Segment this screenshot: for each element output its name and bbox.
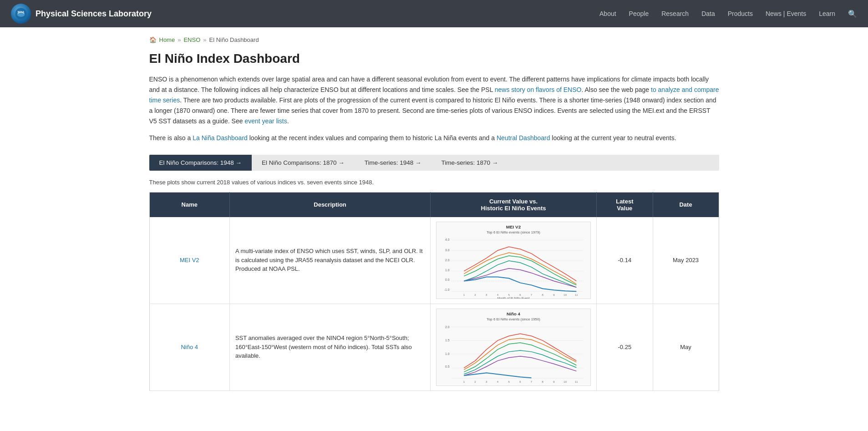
cell-value-nino4: -0.25 — [597, 304, 653, 390]
link-neutral-dashboard[interactable]: Neutral Dashboard — [497, 134, 550, 142]
breadcrumb-home[interactable]: Home — [159, 36, 175, 43]
svg-text:Top 6 El Niño events (since 19: Top 6 El Niño events (since 1950) — [487, 317, 540, 321]
dashboard-links-paragraph: There is also a La Niña Dashboard lookin… — [149, 133, 719, 143]
breadcrumb-sep2: » — [203, 36, 206, 43]
svg-text:10: 10 — [563, 294, 567, 296]
cell-chart-mei: MEI V2 Top 6 El Niño events (since 1979)… — [431, 217, 597, 304]
svg-text:7: 7 — [531, 294, 532, 296]
svg-text:0.0: 0.0 — [445, 278, 450, 281]
svg-text:1.5: 1.5 — [445, 339, 450, 342]
col-header-chart: Current Value vs.Historic El Niño Events — [431, 192, 597, 217]
svg-text:9: 9 — [553, 294, 554, 296]
svg-text:Niño 4: Niño 4 — [507, 311, 521, 316]
svg-text:2.0: 2.0 — [445, 259, 450, 262]
breadcrumb-current: El Niño Dashboard — [209, 36, 259, 43]
svg-text:1: 1 — [463, 380, 465, 383]
tab-1870-comparisons[interactable]: El Niño Comparisons: 1870 → — [252, 155, 355, 171]
cell-value-mei: -0.14 — [597, 217, 653, 304]
nav-products[interactable]: Products — [728, 10, 753, 17]
nav-data[interactable]: Data — [701, 10, 715, 17]
svg-text:Month of El Niño Event: Month of El Niño Event — [497, 297, 530, 299]
link-lanina-dashboard[interactable]: La Niña Dashboard — [193, 134, 248, 142]
col-header-description: Description — [229, 192, 430, 217]
cell-desc-mei: A multi-variate index of ENSO which uses… — [229, 217, 430, 304]
main-nav: About People Research Data Products News… — [599, 10, 857, 18]
svg-text:9: 9 — [553, 380, 554, 383]
svg-text:1: 1 — [463, 294, 465, 296]
link-mei-v2[interactable]: MEI V2 — [180, 257, 199, 264]
nav-learn[interactable]: Learn — [819, 10, 835, 17]
svg-text:10: 10 — [563, 380, 567, 383]
svg-text:1.0: 1.0 — [445, 352, 450, 355]
col-header-name: Name — [149, 192, 229, 217]
noaa-logo: NOAA — [11, 4, 31, 24]
breadcrumb-enso[interactable]: ENSO — [183, 36, 200, 43]
cell-name-nino4: Niño 4 — [149, 304, 229, 390]
svg-text:3.0: 3.0 — [445, 248, 450, 252]
tab-1948-comparisons[interactable]: El Niño Comparisons: 1948 → — [149, 155, 252, 171]
svg-text:4.0: 4.0 — [445, 238, 450, 241]
page-title: El Niño Index Dashboard — [149, 51, 719, 66]
svg-text:-1.0: -1.0 — [444, 288, 450, 291]
svg-text:7: 7 — [531, 380, 532, 383]
sub-info-text: These plots show current 2018 values of … — [149, 179, 719, 186]
search-icon[interactable]: 🔍 — [848, 10, 857, 18]
breadcrumb-sep1: » — [178, 36, 181, 43]
home-icon: 🏠 — [149, 36, 157, 43]
svg-text:0.5: 0.5 — [445, 365, 450, 368]
tab-timeseries-1870[interactable]: Time-series: 1870 → — [431, 155, 508, 171]
intro-paragraph: ENSO is a phenomenon which extends over … — [149, 74, 719, 127]
site-title: Physical Sciences Laboratory — [36, 9, 152, 19]
nav-people[interactable]: People — [629, 10, 649, 17]
svg-text:2: 2 — [474, 380, 476, 383]
site-header: NOAA Physical Sciences Laboratory About … — [0, 0, 868, 27]
chart-mei-v2[interactable]: MEI V2 Top 6 El Niño events (since 1979)… — [436, 222, 591, 299]
col-header-latest-value: LatestValue — [597, 192, 653, 217]
svg-text:Top 6 El Niño events (since 19: Top 6 El Niño events (since 1979) — [487, 230, 540, 234]
svg-text:2.0: 2.0 — [445, 325, 450, 328]
link-event-years[interactable]: event year lists — [244, 117, 287, 125]
col-header-date: Date — [653, 192, 719, 217]
svg-text:NOAA: NOAA — [18, 11, 25, 13]
chart-nino4[interactable]: Niño 4 Top 6 El Niño events (since 1950)… — [436, 309, 591, 386]
main-content: 🏠 Home » ENSO » El Niño Dashboard El Niñ… — [138, 27, 730, 400]
logo-area: NOAA Physical Sciences Laboratory — [11, 4, 152, 24]
cell-desc-nino4: SST anomalies averaged over the NINO4 re… — [229, 304, 430, 390]
index-table: Name Description Current Value vs.Histor… — [149, 192, 719, 391]
cell-name-mei: MEI V2 — [149, 217, 229, 304]
table-row: Niño 4 SST anomalies averaged over the N… — [149, 304, 719, 390]
tab-timeseries-1948[interactable]: Time-series: 1948 → — [355, 155, 431, 171]
cell-date-mei: May 2023 — [653, 217, 719, 304]
nav-about[interactable]: About — [599, 10, 616, 17]
cell-chart-nino4: Niño 4 Top 6 El Niño events (since 1950)… — [431, 304, 597, 390]
cell-date-nino4: May — [653, 304, 719, 390]
table-header-row: Name Description Current Value vs.Histor… — [149, 192, 719, 217]
link-nino4[interactable]: Niño 4 — [181, 344, 198, 350]
nav-research[interactable]: Research — [661, 10, 689, 17]
breadcrumb: 🏠 Home » ENSO » El Niño Dashboard — [149, 36, 719, 43]
svg-text:1.0: 1.0 — [445, 268, 450, 271]
svg-text:11: 11 — [575, 294, 578, 296]
svg-text:11: 11 — [575, 380, 578, 383]
nav-news-events[interactable]: News | Events — [766, 10, 806, 17]
table-row: MEI V2 A multi-variate index of ENSO whi… — [149, 217, 719, 304]
svg-text:2: 2 — [474, 294, 476, 296]
tabs-container: El Niño Comparisons: 1948 → El Niño Comp… — [149, 155, 719, 171]
link-news-flavors[interactable]: news story on flavors of ENSO — [495, 86, 582, 93]
svg-text:MEI V2: MEI V2 — [506, 224, 521, 229]
